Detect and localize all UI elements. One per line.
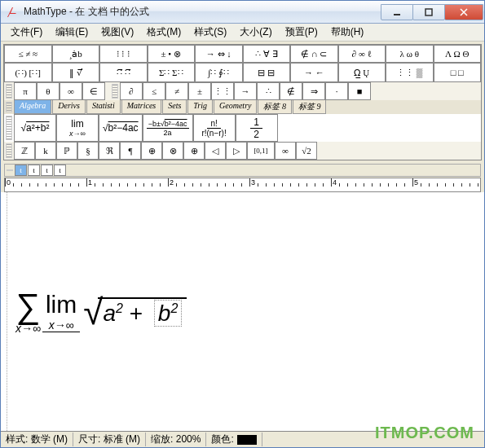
symbol-button[interactable]: ∂ xyxy=(120,82,143,100)
symbol-button[interactable]: ∞ xyxy=(275,142,296,160)
symbol-button[interactable]: ⇒ xyxy=(302,82,325,100)
symbol-button[interactable]: ℤ xyxy=(14,142,35,160)
symbol-button[interactable]: k xyxy=(35,142,56,160)
tab-geometry[interactable]: Geometry xyxy=(214,100,257,114)
palette-button[interactable]: ⋮⋮ ▒ xyxy=(386,63,434,82)
symbol-button[interactable]: ∴ xyxy=(257,82,280,100)
symbol-button[interactable]: ⊕ xyxy=(141,142,162,160)
menu-size[interactable]: 大小(Z) xyxy=(233,24,278,41)
symbol-button[interactable]: ⊕ xyxy=(183,142,205,160)
palette-button[interactable]: Ω̲ Ų xyxy=(338,63,386,82)
status-color-swatch[interactable] xyxy=(237,435,257,445)
palette-button[interactable]: ± • ⊗ xyxy=(148,45,196,63)
toolbar-handle[interactable] xyxy=(6,143,12,158)
sigma-subscript: x→∞ xyxy=(15,322,41,335)
palette-button[interactable]: → ⇔ ↓ xyxy=(195,45,243,63)
symbol-button[interactable]: ⋮⋮ xyxy=(211,82,234,100)
menu-preset[interactable]: 预置(P) xyxy=(279,24,324,41)
status-zoom-value[interactable]: 200% xyxy=(176,433,201,445)
symbol-button[interactable]: π xyxy=(14,82,37,100)
symbol-button[interactable]: ▷ xyxy=(226,142,247,160)
palette-button[interactable]: λ ω θ xyxy=(386,45,434,63)
template-sqrt-disc[interactable]: √b²−4ac xyxy=(99,114,143,142)
palette-button[interactable]: Λ Ω Θ xyxy=(434,45,482,63)
symbol-button[interactable]: ■ xyxy=(348,82,371,100)
palette-button[interactable]: ∷̅ ∷̅ xyxy=(99,63,148,82)
template-lim[interactable]: limx→∞ xyxy=(56,114,99,142)
size-button[interactable]: t xyxy=(54,165,66,176)
app-icon xyxy=(6,6,19,19)
palette-button[interactable]: ∴ ∀ ∃ xyxy=(243,45,291,63)
size-button[interactable]: t xyxy=(41,165,53,176)
symbol-button[interactable]: § xyxy=(77,142,99,160)
status-size-label: 尺寸: xyxy=(78,433,100,445)
ruler[interactable]: 012345 xyxy=(4,178,481,192)
palette-button[interactable]: ∂ ∞ ℓ xyxy=(338,45,386,63)
symbol-button[interactable]: · xyxy=(325,82,348,100)
size-selector: t t t t xyxy=(4,164,481,177)
symbol-button[interactable]: ∈ xyxy=(82,82,105,100)
template-quadratic[interactable]: −b±√b²−4ac2a xyxy=(143,114,193,142)
symbol-button[interactable]: θ xyxy=(37,82,60,100)
minimize-button[interactable] xyxy=(381,4,413,20)
palette-button[interactable]: Σ∷ Σ∷ xyxy=(148,63,196,82)
palette-button[interactable]: ≤ ≠ ≈ xyxy=(4,45,52,63)
tab-sets[interactable]: Sets xyxy=(162,100,187,114)
symbol-button[interactable]: ∞ xyxy=(60,82,82,100)
toolbar-handle[interactable] xyxy=(6,102,12,112)
sup-2: 2 xyxy=(116,301,123,314)
menu-file[interactable]: 文件(F) xyxy=(4,24,49,41)
palette-button[interactable]: ∫∷ ∮∷ xyxy=(195,63,243,82)
tab-9[interactable]: 标签 9 xyxy=(293,100,327,114)
tab-trig[interactable]: Trig xyxy=(187,100,213,114)
symbol-button[interactable]: √2 xyxy=(296,142,317,160)
palette-button[interactable]: □ □ xyxy=(434,63,482,82)
titlebar[interactable]: MathType - 在 文档 中的公式 xyxy=(1,1,484,24)
tab-statisti[interactable]: Statisti xyxy=(86,100,121,114)
size-button[interactable]: t xyxy=(28,165,40,176)
symbol-button[interactable]: ◁ xyxy=(205,142,226,160)
palette-button[interactable]: ‖ √̅ xyxy=(52,63,100,82)
palette-button[interactable]: ¸ȧb xyxy=(52,45,100,63)
equation-editor[interactable]: ∑ x→∞ lim x→∞ √ a2 + b2 xyxy=(1,192,484,431)
size-button[interactable]: t xyxy=(15,165,27,176)
tab-derivs[interactable]: Derivs xyxy=(52,100,86,114)
toolbar-handle[interactable] xyxy=(7,169,13,171)
tab-algebra[interactable]: Algebra xyxy=(14,100,51,114)
close-button[interactable] xyxy=(444,4,483,20)
template-combination[interactable]: n!r!(n−r)! xyxy=(193,114,236,142)
status-size-value[interactable]: 标准 (M) xyxy=(104,433,140,445)
tab-8[interactable]: 标签 8 xyxy=(258,100,292,114)
symbol-button[interactable]: ¶ xyxy=(120,142,141,160)
palette-button[interactable]: (∷) [∷] xyxy=(4,63,52,82)
symbol-button[interactable]: ℙ xyxy=(56,142,77,160)
template-sqrt-a2b2[interactable]: √a²+b² xyxy=(14,114,56,142)
menu-edit[interactable]: 编辑(E) xyxy=(49,24,95,41)
menu-view[interactable]: 视图(V) xyxy=(95,24,140,41)
palette-button[interactable]: → ← xyxy=(290,63,338,82)
symbol-button[interactable]: ± xyxy=(188,82,211,100)
toolbar-handle[interactable] xyxy=(112,84,118,99)
palette-button[interactable]: ⊟ ⊟ xyxy=(243,63,291,82)
palette-button[interactable]: ⁝ ⁝ ⁝ xyxy=(99,45,148,63)
menu-style[interactable]: 样式(S) xyxy=(187,24,233,41)
symbol-button[interactable]: ⊗ xyxy=(162,142,183,160)
status-style-value[interactable]: 数学 (M) xyxy=(31,433,68,445)
toolbar-handle[interactable] xyxy=(6,84,12,99)
template-half[interactable]: 12 xyxy=(236,114,278,142)
tab-matrices[interactable]: Matrices xyxy=(121,100,162,114)
equation-content[interactable]: ∑ x→∞ lim x→∞ √ a2 + b2 xyxy=(7,192,195,431)
toolbar-handle[interactable] xyxy=(6,116,12,140)
symbol-button[interactable]: ℜ xyxy=(99,142,120,160)
palette-button[interactable]: ∉ ∩ ⊂ xyxy=(290,45,338,63)
symbol-button[interactable]: → xyxy=(234,82,257,100)
symbol-button[interactable]: ≠ xyxy=(165,82,188,100)
maximize-button[interactable] xyxy=(412,4,445,20)
symbol-button[interactable]: [0,1] xyxy=(247,142,275,160)
symbol-button[interactable]: ∉ xyxy=(280,82,302,100)
sup-2: 2 xyxy=(170,301,178,314)
symbol-button[interactable]: ≤ xyxy=(143,82,165,100)
sqrt-expression: √ a2 + b2 xyxy=(83,296,187,328)
menu-help[interactable]: 帮助(H) xyxy=(324,24,371,41)
menu-format[interactable]: 格式(M) xyxy=(140,24,187,41)
